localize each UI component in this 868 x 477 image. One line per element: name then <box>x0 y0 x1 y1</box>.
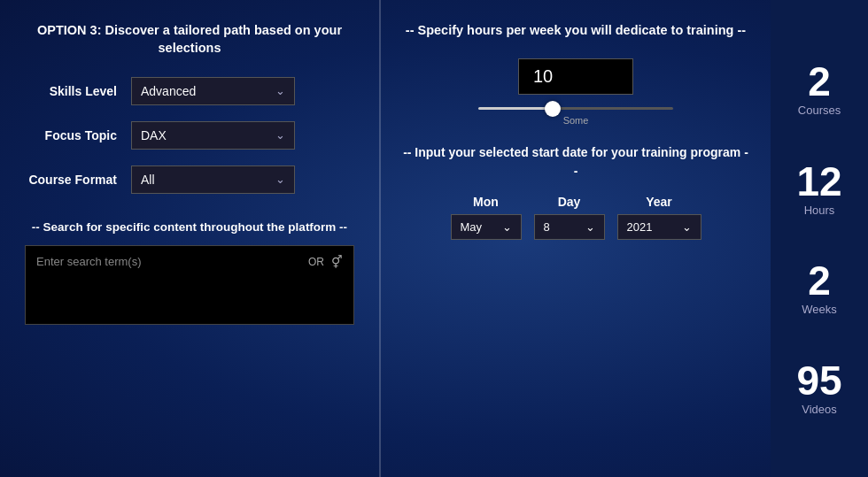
course-format-label: Course Format <box>25 173 131 187</box>
slider-label: Some <box>563 115 589 126</box>
month-col-label: Mon <box>473 195 499 209</box>
middle-panel: -- Specify hours per week you will dedic… <box>381 0 771 477</box>
option-title: OPTION 3: Discover a tailored path based… <box>25 21 354 58</box>
skills-level-label: Skills Level <box>25 84 131 98</box>
videos-label: Videos <box>802 403 837 416</box>
focus-topic-dropdown[interactable]: DAX ⌄ <box>131 121 295 150</box>
skills-level-row: Skills Level Advanced ⌄ <box>25 77 354 105</box>
slider-track <box>478 107 673 110</box>
or-label: OR <box>308 256 324 268</box>
left-panel: OPTION 3: Discover a tailored path based… <box>0 0 381 477</box>
weeks-number: 2 <box>808 260 831 301</box>
year-dropdown[interactable]: 2021 ⌄ <box>617 214 701 240</box>
day-col: Day 8 ⌄ <box>534 195 605 240</box>
skills-level-dropdown[interactable]: Advanced ⌄ <box>131 77 295 105</box>
hours-label: Hours <box>804 204 835 217</box>
year-value: 2021 <box>627 220 653 234</box>
course-format-dropdown[interactable]: All ⌄ <box>131 165 295 194</box>
stat-weeks: 2 Weeks <box>802 260 837 316</box>
course-format-value: All <box>141 173 155 187</box>
day-col-label: Day <box>558 195 581 209</box>
slider-thumb[interactable] <box>545 101 561 117</box>
day-dropdown[interactable]: 8 ⌄ <box>534 214 605 240</box>
focus-topic-value: DAX <box>141 128 167 142</box>
focus-topic-arrow-icon: ⌄ <box>275 128 285 142</box>
search-placeholder: Enter search term(s) <box>36 255 141 268</box>
month-arrow-icon: ⌄ <box>502 220 512 234</box>
stat-courses: 2 Courses <box>798 61 841 117</box>
date-row: Mon May ⌄ Day 8 ⌄ Year 2021 ⌄ <box>451 195 701 240</box>
focus-topic-row: Focus Topic DAX ⌄ <box>25 121 354 150</box>
focus-topic-label: Focus Topic <box>25 128 131 142</box>
skills-level-arrow-icon: ⌄ <box>275 84 285 97</box>
courses-number: 2 <box>808 61 831 102</box>
hours-number: 12 <box>796 161 841 202</box>
date-title: -- Input your selected start date for yo… <box>402 143 749 181</box>
year-arrow-icon: ⌄ <box>682 220 692 234</box>
filter-icon[interactable]: ⚥ <box>331 255 343 269</box>
search-box[interactable]: Enter search term(s) OR ⚥ <box>25 245 354 325</box>
month-value: May <box>461 220 483 234</box>
course-format-arrow-icon: ⌄ <box>275 173 285 186</box>
year-col: Year 2021 ⌄ <box>617 195 701 240</box>
courses-label: Courses <box>798 104 841 117</box>
month-dropdown[interactable]: May ⌄ <box>451 214 522 240</box>
stat-hours: 12 Hours <box>796 161 841 217</box>
hours-value: 10 <box>533 66 553 86</box>
hours-input[interactable]: 10 <box>518 58 633 95</box>
videos-number: 95 <box>796 360 841 401</box>
day-value: 8 <box>544 220 550 234</box>
hours-title: -- Specify hours per week you will dedic… <box>406 21 746 41</box>
course-format-row: Course Format All ⌄ <box>25 165 354 194</box>
month-col: Mon May ⌄ <box>451 195 522 240</box>
year-col-label: Year <box>646 195 672 209</box>
hours-slider[interactable] <box>478 107 673 110</box>
day-arrow-icon: ⌄ <box>585 220 595 234</box>
skills-level-value: Advanced <box>141 84 196 98</box>
stat-videos: 95 Videos <box>796 360 841 416</box>
right-panel: 2 Courses 12 Hours 2 Weeks 95 Videos <box>771 0 868 477</box>
weeks-label: Weeks <box>802 303 837 316</box>
search-controls: OR ⚥ <box>308 255 343 269</box>
search-section-title: -- Search for specific content throughou… <box>25 219 354 236</box>
search-section: -- Search for specific content throughou… <box>25 219 354 325</box>
